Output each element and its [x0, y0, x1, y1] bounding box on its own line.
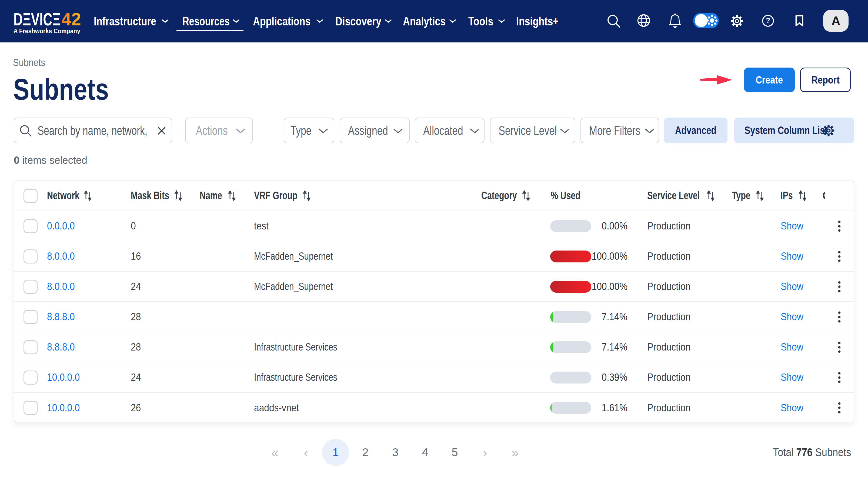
- svg-text:?: ?: [766, 17, 770, 25]
- svg-text:42: 42: [61, 10, 81, 29]
- svg-text:DΞVICΞ: DΞVICΞ: [13, 10, 61, 29]
- svg-text:A Freshworks Company: A Freshworks Company: [13, 28, 80, 34]
